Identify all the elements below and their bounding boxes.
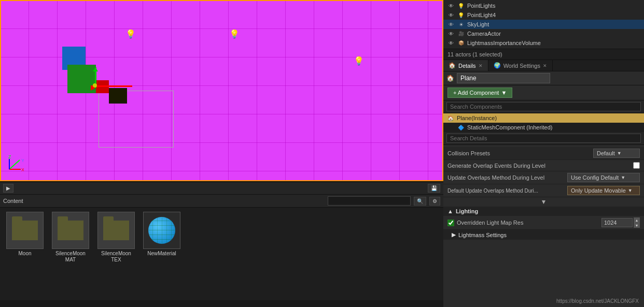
- outliner-label-lightmassvolume: LightmassImportanceVolume: [467, 40, 541, 46]
- svg-line-0: [9, 160, 20, 169]
- lighting-section-triangle: ▲: [447, 208, 453, 214]
- collision-presets-dropdown[interactable]: Default ▼: [593, 149, 640, 158]
- folder-thumb-silencemoon-tex: [97, 212, 135, 249]
- list-item[interactable]: NewMaterial: [141, 212, 183, 263]
- collision-presets-label: Collision Presets: [447, 150, 593, 156]
- default-update-overlaps-dropdown-label: Only Update Movable: [571, 187, 626, 194]
- folder-thumb-moon: [6, 212, 44, 249]
- lighting-section-header[interactable]: ▲ Lighting: [443, 207, 644, 216]
- cube-dark: [109, 88, 127, 104]
- actor-icon-pointlights: 💡: [457, 2, 465, 9]
- outliner-label-pointlight4: PointLight4: [467, 12, 496, 18]
- light-map-res-value: ▲ ▼: [601, 217, 640, 228]
- light-map-res-input[interactable]: [601, 218, 633, 227]
- cb-save-button[interactable]: 💾: [428, 184, 440, 193]
- generate-overlap-value: [633, 162, 640, 169]
- transform-x-arrow: [91, 85, 132, 87]
- content-label: Content: [3, 198, 23, 204]
- search-details-bar: [443, 132, 644, 145]
- generate-overlap-checkbox[interactable]: [633, 162, 640, 169]
- lightmass-settings-label: Lightmass Settings: [458, 232, 507, 238]
- search-components-bar: [443, 100, 644, 113]
- component-plane-instance[interactable]: 🏠 Plane(Instance): [443, 113, 644, 123]
- light-map-res-stepper: ▲ ▼: [634, 217, 640, 228]
- tab-world-settings[interactable]: 🌍 World Settings ✕: [488, 60, 553, 71]
- properties-section: Collision Presets Default ▼ Generate Ove…: [443, 145, 644, 242]
- default-update-overlaps-dropdown[interactable]: Only Update Movable ▼: [567, 186, 640, 195]
- cb-play-button[interactable]: ▶: [3, 184, 13, 193]
- light-map-res-down[interactable]: ▼: [634, 223, 640, 228]
- lightmass-settings-header[interactable]: ▶ Lightmass Settings: [443, 230, 644, 240]
- expand-row: ▼: [443, 197, 644, 207]
- outliner: 👁 💡 PointLights 👁 💡 PointLight4 👁 ☀ SkyL…: [443, 0, 644, 49]
- update-overlaps-value: Use Config Default ▼: [567, 173, 640, 182]
- right-panel: 👁 💡 PointLights 👁 💡 PointLight4 👁 ☀ SkyL…: [443, 0, 644, 307]
- globe-thumb-newmaterial: [143, 212, 180, 249]
- default-update-overlaps-value: Only Update Movable ▼: [567, 186, 640, 195]
- component-list: 🏠 Plane(Instance) 🔷 StaticMeshComponent …: [443, 113, 644, 132]
- expand-icon[interactable]: ▼: [541, 198, 547, 206]
- prop-row-collision-presets: Collision Presets Default ▼: [443, 147, 644, 160]
- outliner-item-pointlights[interactable]: 👁 💡 PointLights: [443, 1, 644, 10]
- tab-world-settings-close[interactable]: ✕: [543, 63, 547, 68]
- plane-instance-icon: 🏠: [447, 115, 454, 121]
- name-bar-icon: 🏠: [446, 75, 454, 82]
- update-overlaps-dropdown-arrow: ▼: [621, 175, 625, 180]
- add-component-label: + Add Component: [453, 90, 499, 96]
- cb-settings-button[interactable]: ⚙: [429, 197, 440, 206]
- list-item[interactable]: SilenceMoonTEX: [95, 212, 137, 263]
- cb-content-area: Moon SilenceMoonMAT Sile: [0, 208, 443, 300]
- update-overlaps-dropdown-label: Use Config Default: [571, 174, 619, 181]
- tab-world-settings-label: World Settings: [503, 63, 540, 69]
- eye-icon-pointlight4[interactable]: 👁: [447, 11, 455, 19]
- folder-icon-moon: [12, 221, 38, 240]
- list-item[interactable]: Moon: [4, 212, 46, 263]
- light-map-res-up[interactable]: ▲: [634, 217, 640, 223]
- outliner-item-pointlight4[interactable]: 👁 💡 PointLight4: [443, 10, 644, 20]
- transform-center: [93, 83, 97, 87]
- update-overlaps-dropdown[interactable]: Use Config Default ▼: [567, 173, 640, 182]
- light-map-res-checkbox[interactable]: [447, 220, 454, 226]
- details-panel: 🏠 + Add Component ▼ 🏠 Plane(Instance): [443, 71, 644, 307]
- add-component-bar: + Add Component ▼: [443, 85, 644, 100]
- light-icon-3: 💡: [354, 57, 364, 65]
- prop-row-generate-overlap: Generate Overlap Events During Level: [443, 160, 644, 171]
- eye-icon-skylight[interactable]: 👁: [447, 21, 455, 28]
- light-map-res-label: Overridden Light Map Res: [457, 220, 601, 226]
- cb-search-icon-button[interactable]: 🔍: [414, 197, 426, 206]
- static-mesh-icon: 🔷: [458, 125, 464, 130]
- light-icon-2: 💡: [229, 30, 240, 38]
- light-icon-1: 💡: [125, 30, 136, 38]
- default-update-overlaps-label: Default Update Overlaps Method Duri...: [447, 188, 567, 194]
- tab-details-close[interactable]: ✕: [479, 63, 483, 68]
- add-component-button[interactable]: + Add Component ▼: [447, 87, 512, 98]
- viewport-border: [0, 0, 443, 181]
- content-browser: ▶ 💾 Content 🔍 ⚙: [0, 182, 443, 300]
- actor-name-input[interactable]: [457, 73, 550, 83]
- eye-icon-pointlights[interactable]: 👁: [447, 2, 455, 9]
- component-static-mesh[interactable]: 🔷 StaticMeshComponent (Inherited): [443, 123, 644, 132]
- outliner-item-lightmassvolume[interactable]: 👁 📦 LightmassImportanceVolume: [443, 38, 644, 48]
- search-details-input[interactable]: [446, 134, 641, 143]
- globe-icon-newmaterial: [148, 217, 175, 244]
- outliner-item-skylight[interactable]: 👁 ☀ SkyLight: [443, 20, 644, 29]
- eye-icon-lightmassvolume[interactable]: 👁: [447, 39, 455, 47]
- search-components-input[interactable]: [446, 102, 641, 111]
- add-component-dropdown-icon: ▼: [501, 90, 507, 96]
- eye-icon-cameraactor[interactable]: 👁: [447, 30, 455, 37]
- item-label-moon: Moon: [18, 251, 31, 257]
- list-item[interactable]: SilenceMoonMAT: [50, 212, 91, 263]
- cb-toolbar: ▶ 💾: [0, 182, 443, 195]
- lightmass-settings-triangle: ▶: [452, 231, 456, 238]
- content-search-input[interactable]: [328, 196, 411, 206]
- generate-overlap-label: Generate Overlap Events During Level: [447, 163, 633, 169]
- outliner-item-cameraactor[interactable]: 👁 🎥 CameraActor: [443, 29, 644, 38]
- svg-text:Z: Z: [8, 155, 11, 159]
- tab-details[interactable]: 🏠 Details ✕: [443, 60, 488, 71]
- collision-presets-dropdown-arrow: ▼: [617, 151, 622, 156]
- viewport[interactable]: 💡 💡 💡 X Z Y: [0, 0, 443, 181]
- folder-thumb-silencemoon-mat: [52, 212, 89, 249]
- plane-instance-label: Plane(Instance): [457, 115, 497, 121]
- tab-details-label: Details: [458, 63, 476, 69]
- collision-presets-dropdown-label: Default: [597, 150, 615, 156]
